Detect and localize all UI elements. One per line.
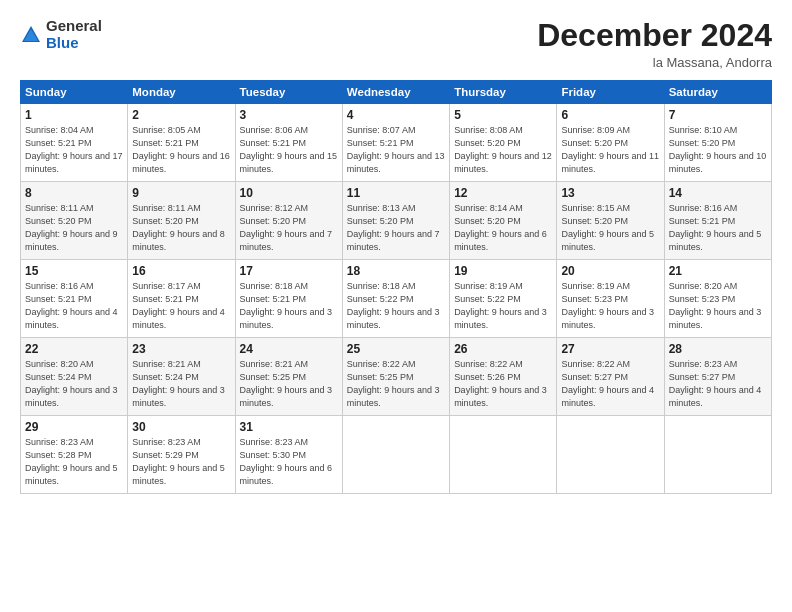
logo-icon xyxy=(20,24,42,46)
table-row: 18Sunrise: 8:18 AMSunset: 5:22 PMDayligh… xyxy=(342,260,449,338)
day-number: 16 xyxy=(132,264,230,278)
day-info: Sunrise: 8:18 AMSunset: 5:21 PMDaylight:… xyxy=(240,281,333,330)
day-number: 3 xyxy=(240,108,338,122)
table-row: 25Sunrise: 8:22 AMSunset: 5:25 PMDayligh… xyxy=(342,338,449,416)
day-number: 25 xyxy=(347,342,445,356)
table-row: 2Sunrise: 8:05 AMSunset: 5:21 PMDaylight… xyxy=(128,104,235,182)
day-info: Sunrise: 8:23 AMSunset: 5:27 PMDaylight:… xyxy=(669,359,762,408)
col-wednesday: Wednesday xyxy=(342,81,449,104)
day-info: Sunrise: 8:06 AMSunset: 5:21 PMDaylight:… xyxy=(240,125,338,174)
day-info: Sunrise: 8:14 AMSunset: 5:20 PMDaylight:… xyxy=(454,203,547,252)
col-saturday: Saturday xyxy=(664,81,771,104)
col-monday: Monday xyxy=(128,81,235,104)
calendar-row: 29Sunrise: 8:23 AMSunset: 5:28 PMDayligh… xyxy=(21,416,772,494)
table-row: 28Sunrise: 8:23 AMSunset: 5:27 PMDayligh… xyxy=(664,338,771,416)
day-number: 18 xyxy=(347,264,445,278)
table-row: 12Sunrise: 8:14 AMSunset: 5:20 PMDayligh… xyxy=(450,182,557,260)
table-row: 29Sunrise: 8:23 AMSunset: 5:28 PMDayligh… xyxy=(21,416,128,494)
day-number: 5 xyxy=(454,108,552,122)
table-row: 21Sunrise: 8:20 AMSunset: 5:23 PMDayligh… xyxy=(664,260,771,338)
table-row xyxy=(450,416,557,494)
day-number: 17 xyxy=(240,264,338,278)
day-number: 20 xyxy=(561,264,659,278)
table-row: 15Sunrise: 8:16 AMSunset: 5:21 PMDayligh… xyxy=(21,260,128,338)
day-info: Sunrise: 8:15 AMSunset: 5:20 PMDaylight:… xyxy=(561,203,654,252)
table-row: 11Sunrise: 8:13 AMSunset: 5:20 PMDayligh… xyxy=(342,182,449,260)
table-row xyxy=(342,416,449,494)
day-number: 12 xyxy=(454,186,552,200)
day-info: Sunrise: 8:20 AMSunset: 5:23 PMDaylight:… xyxy=(669,281,762,330)
table-row xyxy=(557,416,664,494)
table-row: 4Sunrise: 8:07 AMSunset: 5:21 PMDaylight… xyxy=(342,104,449,182)
table-row: 19Sunrise: 8:19 AMSunset: 5:22 PMDayligh… xyxy=(450,260,557,338)
col-tuesday: Tuesday xyxy=(235,81,342,104)
table-row: 22Sunrise: 8:20 AMSunset: 5:24 PMDayligh… xyxy=(21,338,128,416)
day-number: 13 xyxy=(561,186,659,200)
day-info: Sunrise: 8:22 AMSunset: 5:26 PMDaylight:… xyxy=(454,359,547,408)
location: la Massana, Andorra xyxy=(537,55,772,70)
day-info: Sunrise: 8:22 AMSunset: 5:27 PMDaylight:… xyxy=(561,359,654,408)
table-row: 30Sunrise: 8:23 AMSunset: 5:29 PMDayligh… xyxy=(128,416,235,494)
day-info: Sunrise: 8:12 AMSunset: 5:20 PMDaylight:… xyxy=(240,203,333,252)
table-row: 3Sunrise: 8:06 AMSunset: 5:21 PMDaylight… xyxy=(235,104,342,182)
day-info: Sunrise: 8:10 AMSunset: 5:20 PMDaylight:… xyxy=(669,125,767,174)
day-info: Sunrise: 8:18 AMSunset: 5:22 PMDaylight:… xyxy=(347,281,440,330)
day-number: 15 xyxy=(25,264,123,278)
day-info: Sunrise: 8:23 AMSunset: 5:29 PMDaylight:… xyxy=(132,437,225,486)
day-number: 30 xyxy=(132,420,230,434)
day-number: 26 xyxy=(454,342,552,356)
table-row: 24Sunrise: 8:21 AMSunset: 5:25 PMDayligh… xyxy=(235,338,342,416)
logo: General Blue xyxy=(20,18,102,51)
table-row: 27Sunrise: 8:22 AMSunset: 5:27 PMDayligh… xyxy=(557,338,664,416)
day-info: Sunrise: 8:08 AMSunset: 5:20 PMDaylight:… xyxy=(454,125,552,174)
calendar-row: 22Sunrise: 8:20 AMSunset: 5:24 PMDayligh… xyxy=(21,338,772,416)
title-block: December 2024 la Massana, Andorra xyxy=(537,18,772,70)
table-row: 9Sunrise: 8:11 AMSunset: 5:20 PMDaylight… xyxy=(128,182,235,260)
day-number: 10 xyxy=(240,186,338,200)
table-row: 1Sunrise: 8:04 AMSunset: 5:21 PMDaylight… xyxy=(21,104,128,182)
day-number: 2 xyxy=(132,108,230,122)
day-number: 21 xyxy=(669,264,767,278)
calendar-row: 15Sunrise: 8:16 AMSunset: 5:21 PMDayligh… xyxy=(21,260,772,338)
table-row: 23Sunrise: 8:21 AMSunset: 5:24 PMDayligh… xyxy=(128,338,235,416)
calendar-row: 1Sunrise: 8:04 AMSunset: 5:21 PMDaylight… xyxy=(21,104,772,182)
calendar-body: 1Sunrise: 8:04 AMSunset: 5:21 PMDaylight… xyxy=(21,104,772,494)
day-number: 9 xyxy=(132,186,230,200)
col-friday: Friday xyxy=(557,81,664,104)
day-info: Sunrise: 8:04 AMSunset: 5:21 PMDaylight:… xyxy=(25,125,123,174)
day-number: 7 xyxy=(669,108,767,122)
day-number: 23 xyxy=(132,342,230,356)
day-info: Sunrise: 8:21 AMSunset: 5:25 PMDaylight:… xyxy=(240,359,333,408)
table-row: 10Sunrise: 8:12 AMSunset: 5:20 PMDayligh… xyxy=(235,182,342,260)
day-info: Sunrise: 8:19 AMSunset: 5:23 PMDaylight:… xyxy=(561,281,654,330)
day-info: Sunrise: 8:11 AMSunset: 5:20 PMDaylight:… xyxy=(25,203,118,252)
day-number: 11 xyxy=(347,186,445,200)
calendar-table: Sunday Monday Tuesday Wednesday Thursday… xyxy=(20,80,772,494)
table-row: 16Sunrise: 8:17 AMSunset: 5:21 PMDayligh… xyxy=(128,260,235,338)
day-info: Sunrise: 8:13 AMSunset: 5:20 PMDaylight:… xyxy=(347,203,440,252)
day-number: 8 xyxy=(25,186,123,200)
day-number: 6 xyxy=(561,108,659,122)
logo-text: General Blue xyxy=(46,18,102,51)
day-info: Sunrise: 8:16 AMSunset: 5:21 PMDaylight:… xyxy=(25,281,118,330)
day-number: 31 xyxy=(240,420,338,434)
table-row: 14Sunrise: 8:16 AMSunset: 5:21 PMDayligh… xyxy=(664,182,771,260)
day-info: Sunrise: 8:20 AMSunset: 5:24 PMDaylight:… xyxy=(25,359,118,408)
day-number: 29 xyxy=(25,420,123,434)
table-row: 7Sunrise: 8:10 AMSunset: 5:20 PMDaylight… xyxy=(664,104,771,182)
table-row: 6Sunrise: 8:09 AMSunset: 5:20 PMDaylight… xyxy=(557,104,664,182)
day-info: Sunrise: 8:11 AMSunset: 5:20 PMDaylight:… xyxy=(132,203,225,252)
page: General Blue December 2024 la Massana, A… xyxy=(0,0,792,612)
day-info: Sunrise: 8:17 AMSunset: 5:21 PMDaylight:… xyxy=(132,281,225,330)
day-info: Sunrise: 8:19 AMSunset: 5:22 PMDaylight:… xyxy=(454,281,547,330)
table-row: 13Sunrise: 8:15 AMSunset: 5:20 PMDayligh… xyxy=(557,182,664,260)
calendar-row: 8Sunrise: 8:11 AMSunset: 5:20 PMDaylight… xyxy=(21,182,772,260)
table-row xyxy=(664,416,771,494)
month-title: December 2024 xyxy=(537,18,772,53)
day-info: Sunrise: 8:16 AMSunset: 5:21 PMDaylight:… xyxy=(669,203,762,252)
day-number: 27 xyxy=(561,342,659,356)
day-info: Sunrise: 8:07 AMSunset: 5:21 PMDaylight:… xyxy=(347,125,445,174)
table-row: 31Sunrise: 8:23 AMSunset: 5:30 PMDayligh… xyxy=(235,416,342,494)
day-info: Sunrise: 8:09 AMSunset: 5:20 PMDaylight:… xyxy=(561,125,659,174)
logo-general: General xyxy=(46,18,102,35)
